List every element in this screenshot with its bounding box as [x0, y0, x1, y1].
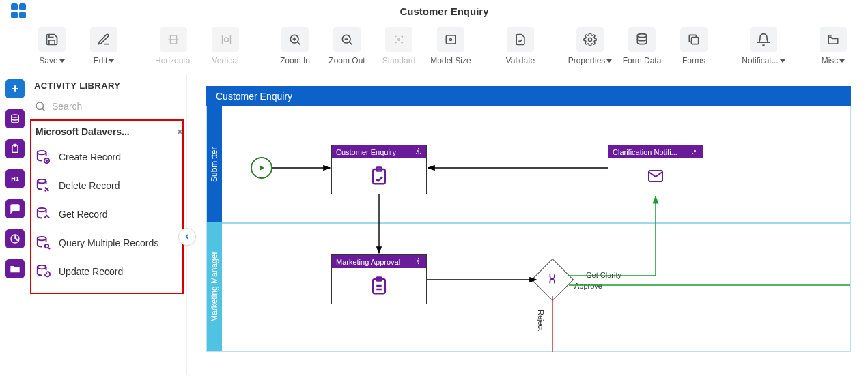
- lane-header-manager[interactable]: Marketing Manager: [207, 222, 222, 351]
- app-grid-icon[interactable]: [11, 3, 26, 18]
- database-plus-icon: [36, 149, 51, 164]
- model-size-icon: [437, 27, 464, 52]
- rail-database-button[interactable]: [5, 109, 25, 128]
- validate-button[interactable]: Validate: [496, 27, 545, 65]
- database-delete-icon: [36, 178, 51, 193]
- zoom-out-label: Zoom Out: [328, 56, 365, 65]
- standard-zoom-button: Standard: [374, 27, 423, 65]
- svg-point-20: [12, 115, 19, 117]
- zoom-out-button[interactable]: Zoom Out: [322, 27, 372, 65]
- activity-create-record[interactable]: Create Record: [34, 143, 180, 171]
- svg-point-14: [450, 39, 452, 41]
- svg-point-15: [589, 38, 592, 42]
- edit-button[interactable]: Edit: [79, 27, 128, 65]
- model-size-button[interactable]: Model Size: [426, 27, 475, 65]
- left-rail: H1: [0, 75, 30, 375]
- chevron-down-icon: [606, 59, 612, 63]
- database-query-icon: [36, 235, 51, 250]
- bell-icon: [750, 27, 777, 52]
- notifications-button[interactable]: Notificat...: [739, 27, 788, 65]
- rail-chat-button[interactable]: [5, 199, 25, 218]
- validate-label: Validate: [506, 56, 535, 65]
- search-input[interactable]: [52, 101, 180, 112]
- toolbar: Save Edit Horizontal Vertical Zoom In Zo…: [0, 22, 868, 75]
- align-horizontal-icon: [160, 27, 187, 52]
- forms-label: Forms: [682, 56, 705, 65]
- main: H1 ACTIVITY LIBRARY Microsoft Datavers..…: [0, 75, 868, 375]
- svg-point-30: [38, 179, 46, 184]
- process-title-bar: Customer Enquiry: [206, 86, 851, 106]
- notifications-label: Notificat...: [742, 56, 778, 65]
- zoom-out-icon: [333, 27, 361, 52]
- chevron-down-icon: [780, 59, 785, 63]
- close-icon[interactable]: ✕: [176, 127, 184, 137]
- swimlanes: Submitter Marketing Manager Customer Enq…: [206, 106, 851, 352]
- form-data-label: Form Data: [623, 56, 662, 65]
- edit-icon: [90, 27, 117, 52]
- activity-label: Get Record: [59, 209, 108, 220]
- activity-delete-record[interactable]: Delete Record: [34, 171, 180, 200]
- activity-query-multiple[interactable]: Query Multiple Records: [34, 229, 180, 257]
- validate-icon: [507, 27, 534, 52]
- rail-add-button[interactable]: [5, 79, 25, 98]
- zoom-in-button[interactable]: Zoom In: [270, 27, 320, 65]
- rail-header-button[interactable]: H1: [5, 169, 25, 188]
- vertical-button: Vertical: [201, 27, 250, 65]
- svg-rect-22: [14, 144, 16, 146]
- rail-clipboard-button[interactable]: [5, 139, 25, 158]
- search-icon: [34, 100, 46, 113]
- chevron-down-icon: [839, 59, 845, 63]
- edit-label: Edit: [94, 56, 108, 65]
- svg-line-36: [48, 248, 50, 249]
- activity-update-record[interactable]: Update Record: [34, 257, 180, 286]
- save-label: Save: [39, 56, 57, 65]
- rail-file-button[interactable]: [5, 259, 25, 278]
- misc-button[interactable]: Misc: [809, 27, 858, 65]
- copy-icon: [680, 27, 708, 52]
- zoom-in-icon: [281, 27, 309, 52]
- horizontal-button: Horizontal: [149, 27, 198, 65]
- category-name: Microsoft Datavers...: [36, 126, 130, 137]
- gear-icon: [576, 27, 604, 52]
- chevron-down-icon: [109, 59, 114, 63]
- standard-icon: [385, 27, 412, 52]
- process-canvas[interactable]: Customer Enquiry Submitter Marketing Man…: [187, 75, 868, 375]
- svg-point-26: [38, 151, 46, 155]
- svg-point-16: [637, 34, 646, 38]
- connectors: [222, 106, 850, 352]
- svg-line-6: [297, 42, 300, 44]
- form-data-button[interactable]: Form Data: [617, 27, 667, 65]
- database-get-icon: [36, 207, 51, 222]
- activity-library-panel: ACTIVITY LIBRARY Microsoft Datavers... ✕…: [30, 75, 187, 375]
- model-size-label: Model Size: [430, 56, 471, 65]
- save-icon: [38, 27, 66, 52]
- misc-label: Misc: [822, 56, 839, 65]
- properties-button[interactable]: Properties: [565, 27, 615, 65]
- rail-chart-button[interactable]: [5, 229, 25, 248]
- horizontal-label: Horizontal: [155, 56, 192, 65]
- svg-line-10: [349, 42, 352, 44]
- database-icon: [628, 27, 656, 52]
- activity-label: Delete Record: [59, 180, 120, 191]
- standard-label: Standard: [382, 56, 416, 65]
- folder-icon: [820, 27, 847, 52]
- svg-rect-13: [446, 35, 456, 44]
- align-vertical-icon: [212, 27, 239, 52]
- activity-get-record[interactable]: Get Record: [34, 200, 180, 229]
- activity-library-heading: ACTIVITY LIBRARY: [30, 75, 184, 99]
- svg-point-37: [38, 265, 46, 269]
- svg-line-25: [42, 108, 45, 111]
- activity-category-highlighted: Microsoft Datavers... ✕ Create Record De…: [30, 119, 184, 294]
- forms-button[interactable]: Forms: [669, 27, 718, 65]
- activity-label: Create Record: [59, 151, 121, 162]
- chevron-down-icon: [59, 59, 65, 63]
- topbar: Customer Enquiry: [0, 0, 868, 22]
- lane-header-submitter[interactable]: Submitter: [207, 106, 222, 222]
- vertical-label: Vertical: [212, 56, 238, 65]
- svg-point-12: [398, 39, 400, 41]
- svg-point-3: [225, 38, 229, 42]
- save-button[interactable]: Save: [27, 27, 76, 65]
- svg-point-33: [38, 208, 46, 212]
- svg-rect-17: [692, 38, 699, 44]
- svg-point-24: [36, 102, 44, 110]
